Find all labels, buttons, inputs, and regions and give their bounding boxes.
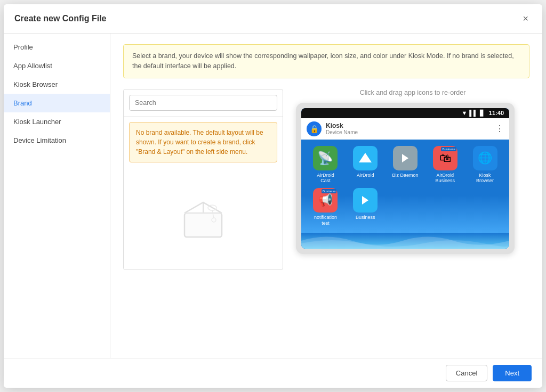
kiosk-subtitle: Device Name: [326, 129, 358, 135]
sidebar-item-device-limitation[interactable]: Device Limitation: [4, 131, 110, 150]
app-icon-airdroid: [353, 146, 378, 170]
sidebar-item-profile[interactable]: Profile: [4, 38, 110, 56]
signal-icon: ▌▌: [469, 110, 478, 116]
sidebar-item-app-allowlist[interactable]: App Allowlist: [4, 56, 110, 75]
modal-title: Create new Config File: [14, 14, 106, 23]
app-label-business: Business: [356, 215, 375, 220]
drag-hint: Click and drag app icons to re-order: [296, 89, 529, 96]
app-label-airdroid: AirDroid: [357, 173, 374, 178]
app-label-airdroid-cast: AirDroidCast: [317, 173, 334, 184]
list-item: 🌐 KioskBrowser: [467, 146, 503, 184]
svg-marker-6: [359, 153, 372, 162]
no-brand-warning: No brand available. The default layout w…: [129, 122, 277, 162]
info-banner: Select a brand, your device will show th…: [123, 44, 529, 78]
device-preview: ▼ ▌▌ ▊ 11:40 🔒: [296, 103, 515, 254]
app-icon-biz-daemon: [393, 146, 417, 170]
wave-area: [301, 233, 509, 249]
device-header: 🔒 Kiosk Device Name ⋮: [301, 118, 509, 140]
kiosk-title: Kiosk: [326, 122, 358, 129]
sidebar: Profile App Allowlist Kiosk Browser Bran…: [4, 34, 110, 358]
status-icons: ▼ ▌▌ ▊: [461, 110, 484, 117]
device-header-left: 🔒 Kiosk Device Name: [307, 121, 358, 136]
app-icon-airdroid-business: 🛍 Business: [433, 146, 457, 170]
device-time: 11:40: [489, 110, 504, 116]
app-icon-kiosk-browser: 🌐: [473, 146, 497, 170]
list-item: 📡 AirDroidCast: [308, 146, 343, 184]
kiosk-info: Kiosk Device Name: [326, 122, 358, 135]
main-content: Select a brand, your device will show th…: [110, 34, 542, 358]
empty-box-icon: [174, 194, 232, 242]
search-input[interactable]: [129, 95, 277, 111]
modal-header: Create new Config File ×: [4, 4, 542, 34]
kiosk-app-icon: 🔒: [307, 121, 322, 136]
modal-footer: Cancel Next: [4, 358, 542, 388]
app-label-biz-daemon: Biz Daemon: [392, 173, 418, 178]
next-button[interactable]: Next: [493, 365, 532, 381]
right-panel: Click and drag app icons to re-order ▼ ▌…: [296, 89, 529, 254]
modal: Create new Config File × Profile App All…: [4, 4, 542, 388]
sidebar-item-kiosk-launcher[interactable]: Kiosk Launcher: [4, 112, 110, 131]
modal-overlay: Create new Config File × Profile App All…: [0, 0, 546, 392]
sidebar-item-kiosk-browser[interactable]: Kiosk Browser: [4, 75, 110, 94]
svg-marker-8: [362, 196, 368, 205]
app-icon-notification-test: 📢 Business: [313, 188, 338, 213]
list-item: 📢 Business notificationtest: [308, 188, 343, 226]
close-button[interactable]: ×: [519, 13, 532, 24]
business-badge-notif: Business: [322, 189, 336, 193]
svg-rect-0: [184, 213, 222, 237]
business-badge-airdroid-biz: Business: [441, 147, 456, 151]
list-item: Business: [348, 188, 383, 226]
list-item: Biz Daemon: [388, 146, 423, 184]
battery-icon: ▊: [480, 110, 484, 117]
svg-marker-7: [402, 154, 408, 162]
device-menu-dots-icon: ⋮: [495, 124, 504, 134]
app-grid: 📡 AirDroidCast: [301, 140, 509, 233]
app-label-kiosk-browser: KioskBrowser: [476, 173, 494, 184]
list-item: AirDroid: [348, 146, 383, 184]
empty-icon-area: [124, 168, 283, 270]
app-icon-airdroid-cast: 📡: [313, 146, 338, 170]
app-icon-business: [353, 188, 378, 213]
device-screen: ▼ ▌▌ ▊ 11:40 🔒: [301, 108, 509, 249]
brand-list-panel: No brand available. The default layout w…: [123, 89, 283, 270]
sidebar-item-brand[interactable]: Brand: [4, 94, 110, 112]
list-item: 🛍 Business AirDroidBusiness: [427, 146, 463, 184]
cancel-button[interactable]: Cancel: [446, 365, 487, 381]
wifi-icon: ▼: [461, 110, 467, 116]
app-label-notification-test: notificationtest: [314, 215, 337, 226]
modal-body: Profile App Allowlist Kiosk Browser Bran…: [4, 34, 542, 358]
device-status-bar: ▼ ▌▌ ▊ 11:40: [301, 108, 509, 118]
search-box-wrap: [124, 89, 283, 117]
content-row: No brand available. The default layout w…: [123, 89, 529, 270]
app-label-airdroid-business: AirDroidBusiness: [436, 173, 455, 184]
